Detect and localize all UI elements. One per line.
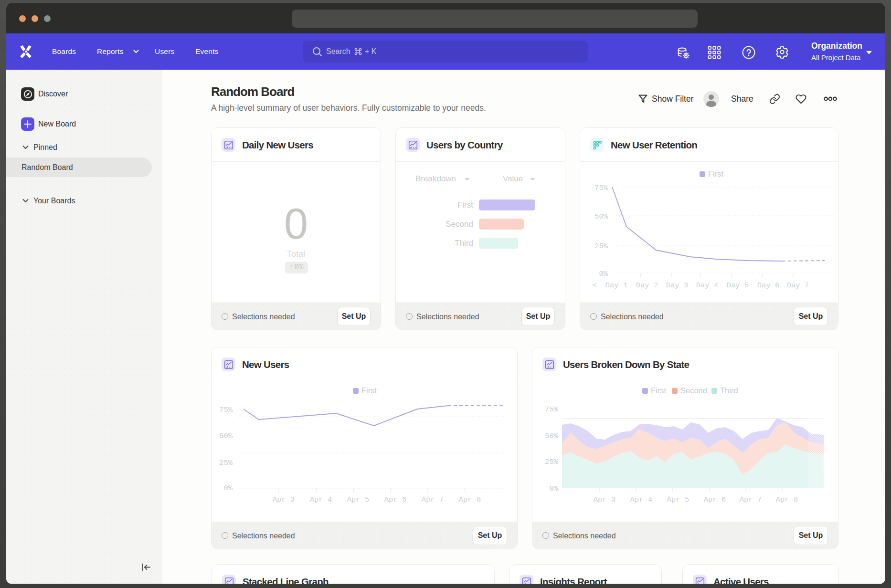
svg-text:Apr 6: Apr 6: [384, 495, 407, 504]
svg-text:Apr 7: Apr 7: [422, 495, 444, 504]
svg-text:Apr 5: Apr 5: [667, 495, 689, 504]
svg-text:50%: 50%: [545, 432, 559, 441]
svg-text:50%: 50%: [219, 432, 233, 441]
svg-text:First: First: [361, 386, 377, 395]
svg-text:25%: 25%: [594, 242, 608, 251]
svg-text:Second: Second: [680, 386, 707, 395]
svg-text:Apr 4: Apr 4: [630, 495, 653, 504]
svg-text:Day 7: Day 7: [787, 281, 809, 290]
svg-text:Apr 4: Apr 4: [310, 495, 332, 504]
svg-text:Apr 3: Apr 3: [594, 495, 616, 504]
svg-text:75%: 75%: [219, 406, 233, 414]
svg-text:75%: 75%: [545, 405, 559, 414]
svg-text:0%: 0%: [599, 270, 608, 278]
svg-text:Day 4: Day 4: [696, 281, 719, 290]
svg-text:Apr 6: Apr 6: [704, 495, 726, 504]
svg-text:0%: 0%: [549, 484, 558, 493]
svg-text:Apr 5: Apr 5: [347, 495, 370, 504]
svg-text:Day 3: Day 3: [666, 281, 689, 290]
svg-text:0%: 0%: [223, 484, 233, 493]
svg-text:Third: Third: [720, 386, 738, 395]
svg-text:Apr 8: Apr 8: [776, 495, 798, 504]
svg-text:Day 1: Day 1: [605, 281, 628, 290]
svg-text:First: First: [708, 169, 723, 178]
svg-text:25%: 25%: [219, 459, 233, 467]
svg-text:Apr 7: Apr 7: [740, 495, 762, 504]
svg-text:<: <: [592, 281, 596, 290]
svg-text:Day 5: Day 5: [727, 281, 749, 290]
svg-text:25%: 25%: [545, 458, 559, 466]
svg-text:First: First: [651, 386, 666, 395]
svg-text:Day 2: Day 2: [636, 281, 658, 290]
svg-text:Apr 3: Apr 3: [273, 495, 295, 504]
svg-text:Day 6: Day 6: [757, 281, 780, 290]
svg-text:50%: 50%: [594, 212, 608, 221]
svg-text:75%: 75%: [594, 184, 608, 192]
svg-text:Apr 8: Apr 8: [459, 495, 481, 504]
